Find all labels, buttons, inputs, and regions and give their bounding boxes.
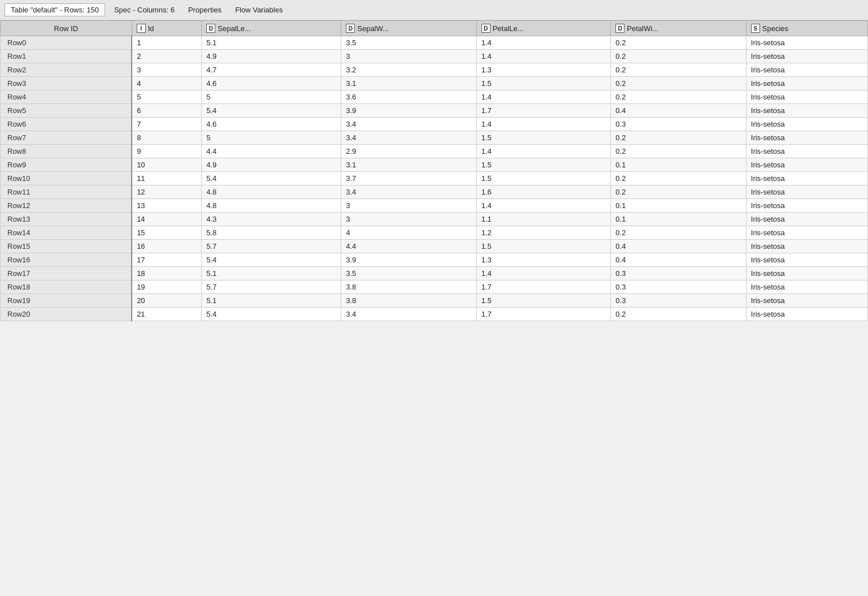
cell-petal-width: 0.1 — [611, 199, 746, 213]
cell-petal-length: 1.4 — [476, 199, 611, 213]
col-header-sepal-width[interactable]: D SepalW... — [341, 21, 476, 36]
col-header-petal-length[interactable]: D PetalLe... — [476, 21, 611, 36]
col-label-species: Species — [762, 24, 788, 33]
cell-row-id: Row9 — [1, 158, 132, 172]
cell-id: 4 — [132, 77, 202, 90]
cell-species: Iris-setosa — [746, 226, 867, 240]
cell-row-id: Row13 — [1, 213, 132, 226]
cell-sepal-width: 3 — [341, 213, 476, 226]
col-header-id[interactable]: I Id — [132, 21, 202, 36]
cell-petal-width: 0.2 — [611, 185, 746, 199]
cell-petal-length: 1.7 — [476, 308, 611, 321]
cell-petal-length: 1.7 — [476, 280, 611, 294]
cell-row-id: Row16 — [1, 253, 132, 267]
cell-sepal-length: 4.6 — [202, 77, 341, 90]
cell-petal-width: 0.2 — [611, 308, 746, 321]
cell-id: 16 — [132, 240, 202, 253]
cell-sepal-width: 3.4 — [341, 308, 476, 321]
cell-row-id: Row5 — [1, 104, 132, 118]
cell-petal-width: 0.1 — [611, 213, 746, 226]
cell-id: 15 — [132, 226, 202, 240]
table-row: Row124.931.40.2Iris-setosa — [1, 50, 868, 63]
cell-petal-length: 1.7 — [476, 104, 611, 118]
cell-species: Iris-setosa — [746, 90, 867, 104]
cell-sepal-width: 3.4 — [341, 131, 476, 145]
cell-petal-length: 1.4 — [476, 50, 611, 63]
cell-sepal-width: 3.8 — [341, 280, 476, 294]
cell-id: 9 — [132, 145, 202, 158]
cell-sepal-length: 5.4 — [202, 253, 341, 267]
cell-id: 2 — [132, 50, 202, 63]
cell-row-id: Row12 — [1, 199, 132, 213]
cell-row-id: Row19 — [1, 294, 132, 308]
cell-row-id: Row0 — [1, 36, 132, 50]
cell-id: 21 — [132, 308, 202, 321]
cell-row-id: Row2 — [1, 63, 132, 77]
cell-row-id: Row3 — [1, 77, 132, 90]
cell-sepal-length: 4.3 — [202, 213, 341, 226]
cell-petal-width: 0.3 — [611, 294, 746, 308]
cell-sepal-width: 3.9 — [341, 253, 476, 267]
cell-petal-width: 0.2 — [611, 131, 746, 145]
cell-species: Iris-setosa — [746, 185, 867, 199]
col-header-sepal-length[interactable]: D SepalLe... — [202, 21, 341, 36]
cell-petal-width: 0.2 — [611, 50, 746, 63]
cell-sepal-length: 4.9 — [202, 50, 341, 63]
table-row: Row11124.83.41.60.2Iris-setosa — [1, 185, 868, 199]
cell-species: Iris-setosa — [746, 294, 867, 308]
cell-petal-length: 1.5 — [476, 158, 611, 172]
table-header-row: Row ID I Id D SepalLe... D S — [1, 21, 868, 36]
cell-petal-width: 0.4 — [611, 240, 746, 253]
cell-id: 3 — [132, 63, 202, 77]
cell-petal-width: 0.2 — [611, 90, 746, 104]
tab-properties[interactable]: Properties — [181, 4, 228, 16]
cell-row-id: Row20 — [1, 308, 132, 321]
col-header-species[interactable]: S Species — [746, 21, 867, 36]
cell-petal-width: 0.2 — [611, 172, 746, 185]
table-row: Row14155.841.20.2Iris-setosa — [1, 226, 868, 240]
table-row: Row894.42.91.40.2Iris-setosa — [1, 145, 868, 158]
cell-sepal-length: 5 — [202, 131, 341, 145]
cell-row-id: Row10 — [1, 172, 132, 185]
cell-row-id: Row18 — [1, 280, 132, 294]
cell-petal-width: 0.2 — [611, 226, 746, 240]
cell-species: Iris-setosa — [746, 253, 867, 267]
cell-sepal-width: 4.4 — [341, 240, 476, 253]
cell-id: 10 — [132, 158, 202, 172]
cell-species: Iris-setosa — [746, 267, 867, 280]
cell-sepal-width: 4 — [341, 226, 476, 240]
cell-petal-length: 1.3 — [476, 63, 611, 77]
col-label-petal-width: PetalWi... — [627, 24, 658, 33]
cell-row-id: Row1 — [1, 50, 132, 63]
cell-id: 12 — [132, 185, 202, 199]
table-container: Row ID I Id D SepalLe... D S — [0, 20, 868, 321]
cell-petal-width: 0.2 — [611, 36, 746, 50]
cell-sepal-width: 3 — [341, 50, 476, 63]
cell-petal-width: 0.4 — [611, 104, 746, 118]
col-label-sepal-length: SepalLe... — [218, 24, 251, 33]
col-header-petal-width[interactable]: D PetalWi... — [611, 21, 746, 36]
cell-row-id: Row7 — [1, 131, 132, 145]
col-header-row-id: Row ID — [1, 21, 132, 36]
table-row: Row234.73.21.30.2Iris-setosa — [1, 63, 868, 77]
table-row: Row18195.73.81.70.3Iris-setosa — [1, 280, 868, 294]
cell-species: Iris-setosa — [746, 280, 867, 294]
table-row: Row12134.831.40.1Iris-setosa — [1, 199, 868, 213]
cell-sepal-length: 5.1 — [202, 294, 341, 308]
cell-petal-width: 0.2 — [611, 63, 746, 77]
cell-sepal-length: 5.4 — [202, 172, 341, 185]
cell-species: Iris-setosa — [746, 63, 867, 77]
data-table: Row ID I Id D SepalLe... D S — [0, 20, 868, 321]
cell-sepal-length: 5.1 — [202, 267, 341, 280]
tab-flow-variables[interactable]: Flow Variables — [228, 4, 289, 16]
col-label-petal-length: PetalLe... — [493, 24, 524, 33]
cell-id: 19 — [132, 280, 202, 294]
col-label-sepal-width: SepalW... — [357, 24, 389, 33]
col-type-badge-petal-width: D — [615, 24, 624, 33]
table-row: Row674.63.41.40.3Iris-setosa — [1, 118, 868, 131]
cell-species: Iris-setosa — [746, 213, 867, 226]
cell-species: Iris-setosa — [746, 199, 867, 213]
cell-petal-width: 0.3 — [611, 280, 746, 294]
cell-petal-width: 0.2 — [611, 145, 746, 158]
tab-spec[interactable]: Spec - Columns: 6 — [107, 4, 181, 16]
